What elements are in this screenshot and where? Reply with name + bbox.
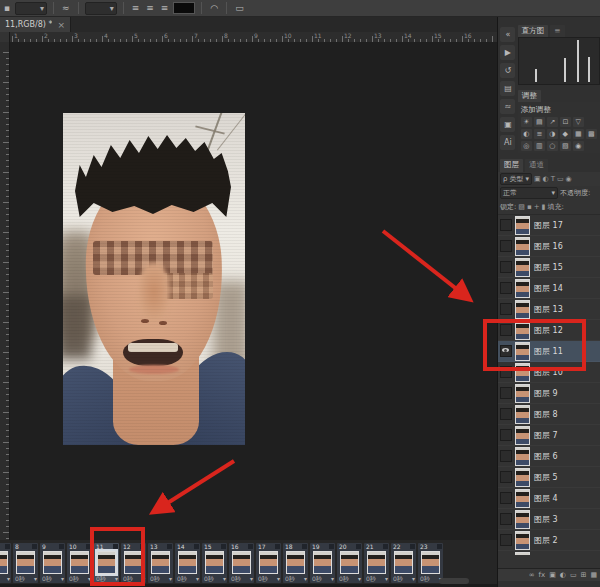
frame-thumbnail[interactable] [259,551,278,574]
ai-panel-icon[interactable]: Ai [500,135,515,150]
layer-row[interactable]: 图层 9 [498,383,600,404]
frame-thumbnail[interactable] [16,551,35,574]
visibility-toggle[interactable] [500,492,512,504]
frame-thumbnail[interactable] [151,551,170,574]
layer-mask-icon[interactable]: ▣ [549,569,556,581]
frame-duration-row[interactable]: 0秒▾ [150,575,172,582]
channel-mixer-icon[interactable]: ▦ [573,129,584,139]
frame-menu-icon[interactable] [221,544,226,549]
color-lookup-icon[interactable]: ▩ [586,129,597,139]
invert-icon[interactable]: ◎ [521,141,532,151]
photo-filter-icon[interactable]: ◆ [560,129,571,139]
timeline-frame[interactable]: 130秒▾ [148,543,173,583]
panel-collapse-icon[interactable]: « [500,27,515,42]
brightness-contrast-icon[interactable]: ☀ [521,117,532,127]
delete-layer-icon[interactable]: ▦ [590,569,597,581]
frame-menu-icon[interactable] [383,544,388,549]
frame-menu-icon[interactable] [248,544,253,549]
filter-type-icon[interactable]: T [551,174,555,184]
gradient-map-icon[interactable]: ▧ [560,141,571,151]
visibility-toggle[interactable] [500,219,512,231]
frame-duration-row[interactable]: 0秒▾ [312,575,334,582]
folder-icon[interactable]: ▭ [233,1,246,16]
frame-thumbnail[interactable] [232,551,251,574]
mode-dropdown[interactable]: ▾ [85,2,117,15]
frame-duration-row[interactable]: 0秒▾ [0,575,10,582]
libraries-panel-icon[interactable]: ▣ [500,117,515,132]
align-right-icon[interactable]: ≡ [159,1,171,16]
visibility-toggle[interactable] [500,471,512,483]
timeline-frame[interactable]: 190秒▾ [310,543,335,583]
frame-menu-icon[interactable] [194,544,199,549]
frame-duration-row[interactable]: 0秒▾ [285,575,307,582]
blend-mode-dropdown[interactable]: 正常 ▾ [500,187,558,199]
layer-row[interactable]: 图层 8 [498,404,600,425]
timeline-frame[interactable]: 170秒▾ [256,543,281,583]
black-white-icon[interactable]: ◑ [547,129,558,139]
layer-thumbnail[interactable] [515,426,530,445]
adjustment-layer-icon[interactable]: ◐ [560,569,566,581]
layer-style-icon[interactable]: fx [539,569,546,581]
frame-menu-icon[interactable] [32,544,37,549]
layer-row[interactable]: 图层 14 [498,278,600,299]
frame-menu-icon[interactable] [275,544,280,549]
timeline-frame[interactable]: 100秒▾ [67,543,92,583]
layer-thumbnail[interactable] [515,300,530,319]
color-balance-icon[interactable]: ≡ [534,129,545,139]
frame-thumbnail[interactable] [178,551,197,574]
visibility-toggle[interactable] [500,450,512,462]
tool-preset-dropdown[interactable]: ▾ [15,2,47,15]
layer-thumbnail[interactable] [515,237,530,256]
layer-row[interactable]: 图层 7 [498,425,600,446]
layer-row[interactable]: 图层 6 [498,446,600,467]
layer-row[interactable]: 图层 16 [498,236,600,257]
adjustments-panel-tab[interactable]: 调整 [518,90,541,102]
threshold-icon[interactable]: ○ [547,141,558,151]
frame-menu-icon[interactable] [59,544,64,549]
layer-thumbnail[interactable] [515,279,530,298]
posterize-icon[interactable]: ▥ [534,141,545,151]
frame-thumbnail[interactable] [421,551,440,574]
timeline-frame[interactable]: 220秒▾ [391,543,416,583]
hue-saturation-icon[interactable]: ◐ [521,129,532,139]
layer-thumbnail[interactable] [515,216,530,235]
layer-row[interactable]: 图层 2 [498,530,600,551]
vibrance-icon[interactable]: ▽ [573,117,584,127]
frame-menu-icon[interactable] [5,544,10,549]
levels-icon[interactable]: ▤ [534,117,545,127]
actions-panel-icon[interactable]: ▶ [500,45,515,60]
frame-thumbnail[interactable] [367,551,386,574]
layer-thumbnail[interactable] [515,489,530,508]
selective-color-icon[interactable]: ◉ [573,141,584,151]
filter-smart-icon[interactable]: ◉ [566,174,572,184]
frame-duration-row[interactable]: 0秒▾ [42,575,64,582]
layer-thumbnail[interactable] [515,531,530,550]
filter-shape-icon[interactable]: ▭ [557,174,564,184]
timeline-frame[interactable]: 80秒▾ [13,543,38,583]
timeline-frame[interactable]: 150秒▾ [202,543,227,583]
frame-thumbnail[interactable] [286,551,305,574]
frame-menu-icon[interactable] [437,544,442,549]
visibility-toggle[interactable] [500,387,512,399]
timeline-frame[interactable]: 90秒▾ [40,543,65,583]
timeline-frame[interactable]: 160秒▾ [229,543,254,583]
frame-duration-row[interactable]: 0秒▾ [339,575,361,582]
align-left-icon[interactable]: ≡ [130,1,142,16]
frame-thumbnail[interactable] [205,551,224,574]
layer-thumbnail[interactable] [515,468,530,487]
visibility-toggle[interactable] [500,429,512,441]
frame-thumbnail[interactable] [394,551,413,574]
frame-duration-row[interactable]: 0秒▾ [366,575,388,582]
frame-duration-row[interactable]: 0秒▾ [258,575,280,582]
timeline-frame[interactable]: 70秒▾ [0,543,11,583]
frame-duration-row[interactable]: 0秒▾ [393,575,415,582]
layer-row[interactable]: 图层 13 [498,299,600,320]
frame-duration-row[interactable]: 0秒▾ [231,575,253,582]
frame-thumbnail[interactable] [70,551,89,574]
layer-filter-kind-dropdown[interactable]: ρ 类型 ▾ [500,173,532,185]
frame-thumbnail[interactable] [43,551,62,574]
frame-duration-row[interactable]: 0秒▾ [204,575,226,582]
close-tab-icon[interactable]: × [57,20,65,30]
group-layers-icon[interactable]: ▭ [570,569,577,581]
frame-thumbnail[interactable] [0,551,8,574]
